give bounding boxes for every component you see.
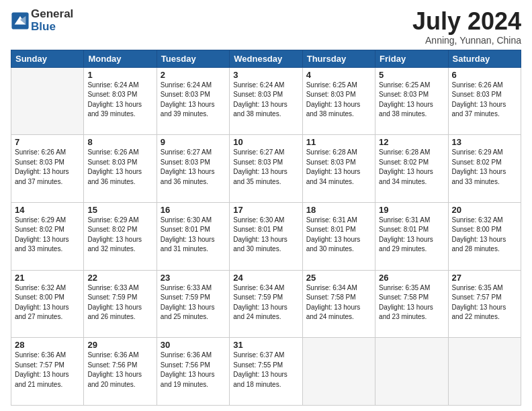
table-row: 18Sunrise: 6:31 AM Sunset: 8:01 PM Dayli…	[302, 202, 375, 270]
table-row: 25Sunrise: 6:34 AM Sunset: 7:58 PM Dayli…	[302, 270, 375, 338]
logo-general-text: General	[31, 8, 73, 21]
table-row: 21Sunrise: 6:32 AM Sunset: 8:00 PM Dayli…	[11, 270, 84, 338]
day-info: Sunrise: 6:27 AM Sunset: 8:03 PM Dayligh…	[233, 148, 298, 187]
table-row: 10Sunrise: 6:27 AM Sunset: 8:03 PM Dayli…	[230, 135, 302, 203]
table-row: 5Sunrise: 6:25 AM Sunset: 8:03 PM Daylig…	[375, 67, 448, 135]
day-number: 26	[379, 273, 444, 283]
day-number: 1	[87, 70, 152, 80]
logo-icon	[11, 11, 30, 30]
day-info: Sunrise: 6:32 AM Sunset: 8:00 PM Dayligh…	[452, 216, 517, 255]
day-number: 9	[161, 137, 226, 147]
day-info: Sunrise: 6:30 AM Sunset: 8:01 PM Dayligh…	[233, 216, 298, 255]
day-info: Sunrise: 6:29 AM Sunset: 8:02 PM Dayligh…	[452, 148, 517, 187]
table-row: 26Sunrise: 6:35 AM Sunset: 7:58 PM Dayli…	[375, 270, 448, 338]
table-row: 7Sunrise: 6:26 AM Sunset: 8:03 PM Daylig…	[11, 135, 84, 203]
day-info: Sunrise: 6:36 AM Sunset: 7:56 PM Dayligh…	[87, 351, 152, 390]
day-number: 8	[87, 137, 152, 147]
day-number: 5	[379, 70, 444, 80]
table-row: 1Sunrise: 6:24 AM Sunset: 8:03 PM Daylig…	[84, 67, 157, 135]
col-sunday: Sunday	[11, 50, 84, 67]
table-row	[11, 67, 84, 135]
table-row	[375, 338, 448, 406]
day-number: 12	[379, 137, 444, 147]
col-friday: Friday	[375, 50, 448, 67]
table-row	[302, 338, 375, 406]
table-row: 4Sunrise: 6:25 AM Sunset: 8:03 PM Daylig…	[302, 67, 375, 135]
day-info: Sunrise: 6:35 AM Sunset: 7:57 PM Dayligh…	[452, 283, 517, 322]
calendar-week-row: 14Sunrise: 6:29 AM Sunset: 8:02 PM Dayli…	[11, 202, 521, 270]
table-row: 9Sunrise: 6:27 AM Sunset: 8:03 PM Daylig…	[157, 135, 229, 203]
table-row: 29Sunrise: 6:36 AM Sunset: 7:56 PM Dayli…	[84, 338, 157, 406]
day-info: Sunrise: 6:24 AM Sunset: 8:03 PM Dayligh…	[233, 81, 298, 120]
day-number: 10	[233, 137, 298, 147]
table-row: 12Sunrise: 6:28 AM Sunset: 8:02 PM Dayli…	[375, 135, 448, 203]
day-number: 21	[15, 273, 80, 283]
day-number: 14	[15, 205, 80, 215]
day-info: Sunrise: 6:26 AM Sunset: 8:03 PM Dayligh…	[87, 148, 152, 187]
table-row: 15Sunrise: 6:29 AM Sunset: 8:02 PM Dayli…	[84, 202, 157, 270]
day-number: 28	[15, 340, 80, 350]
day-number: 15	[87, 205, 152, 215]
main-title: July 2024	[412, 8, 521, 35]
calendar-week-row: 28Sunrise: 6:36 AM Sunset: 7:57 PM Dayli…	[11, 338, 521, 406]
table-row: 14Sunrise: 6:29 AM Sunset: 8:02 PM Dayli…	[11, 202, 84, 270]
subtitle: Anning, Yunnan, China	[412, 35, 521, 46]
logo: General Blue	[11, 8, 73, 33]
day-info: Sunrise: 6:34 AM Sunset: 7:59 PM Dayligh…	[233, 283, 298, 322]
day-info: Sunrise: 6:24 AM Sunset: 8:03 PM Dayligh…	[161, 81, 226, 120]
day-info: Sunrise: 6:26 AM Sunset: 8:03 PM Dayligh…	[452, 81, 517, 120]
day-number: 19	[379, 205, 444, 215]
table-row: 30Sunrise: 6:36 AM Sunset: 7:56 PM Dayli…	[157, 338, 229, 406]
table-row: 31Sunrise: 6:37 AM Sunset: 7:55 PM Dayli…	[230, 338, 302, 406]
day-number: 22	[87, 273, 152, 283]
table-row: 19Sunrise: 6:31 AM Sunset: 8:01 PM Dayli…	[375, 202, 448, 270]
day-number: 7	[15, 137, 80, 147]
day-info: Sunrise: 6:35 AM Sunset: 7:58 PM Dayligh…	[379, 283, 444, 322]
day-number: 13	[452, 137, 517, 147]
table-row: 6Sunrise: 6:26 AM Sunset: 8:03 PM Daylig…	[448, 67, 521, 135]
table-row: 28Sunrise: 6:36 AM Sunset: 7:57 PM Dayli…	[11, 338, 84, 406]
day-number: 31	[233, 340, 298, 350]
day-number: 11	[306, 137, 371, 147]
day-number: 4	[306, 70, 371, 80]
table-row: 24Sunrise: 6:34 AM Sunset: 7:59 PM Dayli…	[230, 270, 302, 338]
day-number: 30	[161, 340, 226, 350]
day-info: Sunrise: 6:36 AM Sunset: 7:56 PM Dayligh…	[161, 351, 226, 390]
day-info: Sunrise: 6:28 AM Sunset: 8:03 PM Dayligh…	[306, 148, 371, 187]
calendar-week-row: 21Sunrise: 6:32 AM Sunset: 8:00 PM Dayli…	[11, 270, 521, 338]
col-saturday: Saturday	[448, 50, 521, 67]
day-info: Sunrise: 6:25 AM Sunset: 8:03 PM Dayligh…	[306, 81, 371, 120]
table-row: 2Sunrise: 6:24 AM Sunset: 8:03 PM Daylig…	[157, 67, 229, 135]
table-row	[448, 338, 521, 406]
day-info: Sunrise: 6:29 AM Sunset: 8:02 PM Dayligh…	[87, 216, 152, 255]
day-info: Sunrise: 6:31 AM Sunset: 8:01 PM Dayligh…	[379, 216, 444, 255]
table-row: 22Sunrise: 6:33 AM Sunset: 7:59 PM Dayli…	[84, 270, 157, 338]
col-thursday: Thursday	[302, 50, 375, 67]
day-info: Sunrise: 6:37 AM Sunset: 7:55 PM Dayligh…	[233, 351, 298, 390]
table-row: 11Sunrise: 6:28 AM Sunset: 8:03 PM Dayli…	[302, 135, 375, 203]
table-row: 13Sunrise: 6:29 AM Sunset: 8:02 PM Dayli…	[448, 135, 521, 203]
day-info: Sunrise: 6:28 AM Sunset: 8:02 PM Dayligh…	[379, 148, 444, 187]
table-row: 3Sunrise: 6:24 AM Sunset: 8:03 PM Daylig…	[230, 67, 302, 135]
table-row: 23Sunrise: 6:33 AM Sunset: 7:59 PM Dayli…	[157, 270, 229, 338]
title-block: July 2024 Anning, Yunnan, China	[412, 8, 521, 46]
day-info: Sunrise: 6:27 AM Sunset: 8:03 PM Dayligh…	[161, 148, 226, 187]
table-row: 17Sunrise: 6:30 AM Sunset: 8:01 PM Dayli…	[230, 202, 302, 270]
day-info: Sunrise: 6:36 AM Sunset: 7:57 PM Dayligh…	[15, 351, 80, 390]
day-number: 18	[306, 205, 371, 215]
table-row: 16Sunrise: 6:30 AM Sunset: 8:01 PM Dayli…	[157, 202, 229, 270]
day-number: 17	[233, 205, 298, 215]
col-monday: Monday	[84, 50, 157, 67]
calendar-header-row: Sunday Monday Tuesday Wednesday Thursday…	[11, 50, 521, 67]
day-info: Sunrise: 6:24 AM Sunset: 8:03 PM Dayligh…	[87, 81, 152, 120]
table-row: 20Sunrise: 6:32 AM Sunset: 8:00 PM Dayli…	[448, 202, 521, 270]
day-number: 16	[161, 205, 226, 215]
logo-blue-text: Blue	[31, 21, 73, 34]
day-number: 25	[306, 273, 371, 283]
day-info: Sunrise: 6:29 AM Sunset: 8:02 PM Dayligh…	[15, 216, 80, 255]
day-info: Sunrise: 6:32 AM Sunset: 8:00 PM Dayligh…	[15, 283, 80, 322]
day-info: Sunrise: 6:33 AM Sunset: 7:59 PM Dayligh…	[161, 283, 226, 322]
calendar-week-row: 1Sunrise: 6:24 AM Sunset: 8:03 PM Daylig…	[11, 67, 521, 135]
day-number: 23	[161, 273, 226, 283]
day-info: Sunrise: 6:34 AM Sunset: 7:58 PM Dayligh…	[306, 283, 371, 322]
